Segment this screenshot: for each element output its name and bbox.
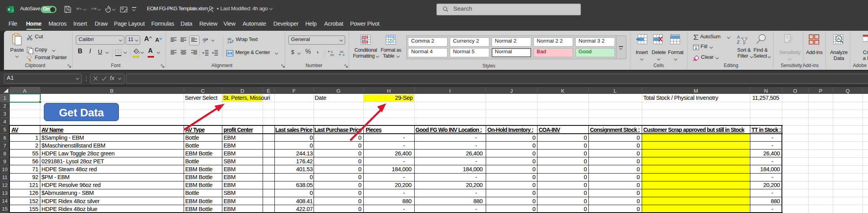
svg-text:X: X	[8, 7, 11, 11]
svg-text:Z: Z	[737, 40, 740, 45]
svg-text:ab: ab	[203, 37, 207, 41]
svg-text:0: 0	[343, 53, 344, 56]
svg-text:A: A	[737, 35, 740, 39]
svg-text:.00: .00	[330, 53, 334, 56]
